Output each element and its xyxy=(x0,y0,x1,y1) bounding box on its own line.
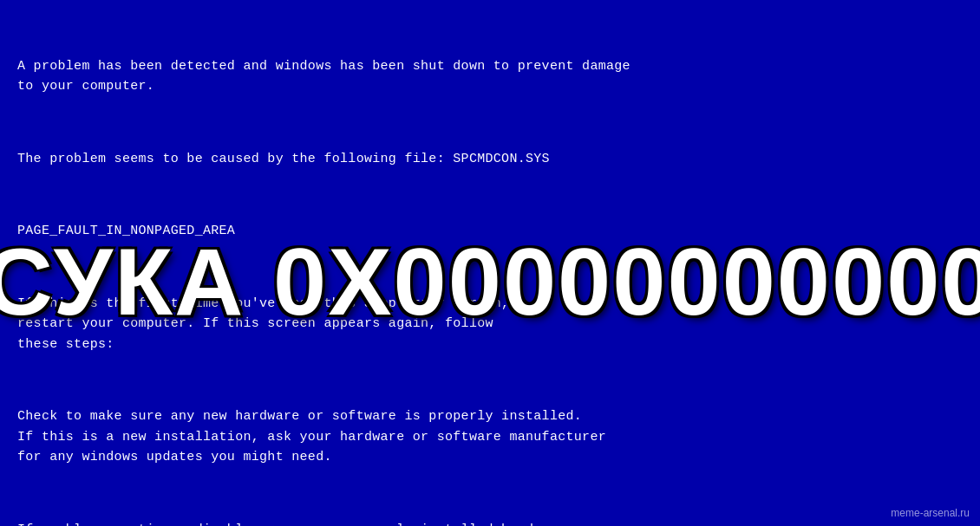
bsod-screen: A problem has been detected and windows … xyxy=(0,0,980,526)
line4: Check to make sure any new hardware or s… xyxy=(17,406,963,467)
watermark: meme-arsenal.ru xyxy=(891,507,970,519)
line5: If problems continue, disable or remove … xyxy=(17,520,963,527)
overlay-meme-text: СУКА 0X00000000000 xyxy=(0,225,980,335)
line1: A problem has been detected and windows … xyxy=(17,56,963,97)
line2: The problem seems to be caused by the fo… xyxy=(17,149,963,169)
